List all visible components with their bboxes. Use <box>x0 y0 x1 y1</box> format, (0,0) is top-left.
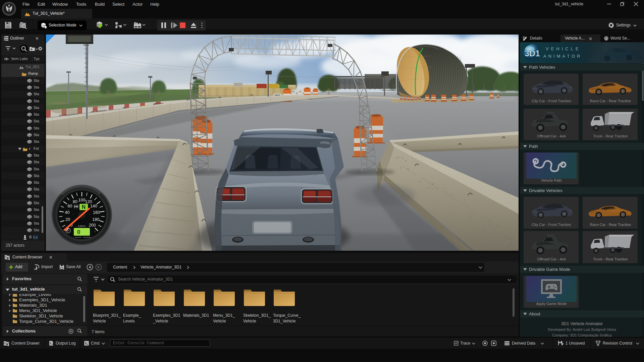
svg-text:N: N <box>82 204 86 210</box>
svg-text:180: 180 <box>92 217 99 222</box>
svg-text:0: 0 <box>77 229 80 235</box>
svg-text:P: P <box>67 229 69 233</box>
svg-text:200: 200 <box>89 223 96 228</box>
svg-text:80: 80 <box>73 199 77 204</box>
svg-text:140: 140 <box>90 204 97 208</box>
svg-text:KM/H: KM/H <box>78 225 86 228</box>
svg-text:20: 20 <box>65 217 70 222</box>
svg-text:120: 120 <box>85 199 92 204</box>
svg-text:160: 160 <box>93 210 100 215</box>
svg-text:40: 40 <box>65 210 70 215</box>
svg-text:100: 100 <box>78 198 86 202</box>
svg-text:3D1: 3D1 <box>525 49 540 58</box>
svg-text:60: 60 <box>67 204 72 208</box>
